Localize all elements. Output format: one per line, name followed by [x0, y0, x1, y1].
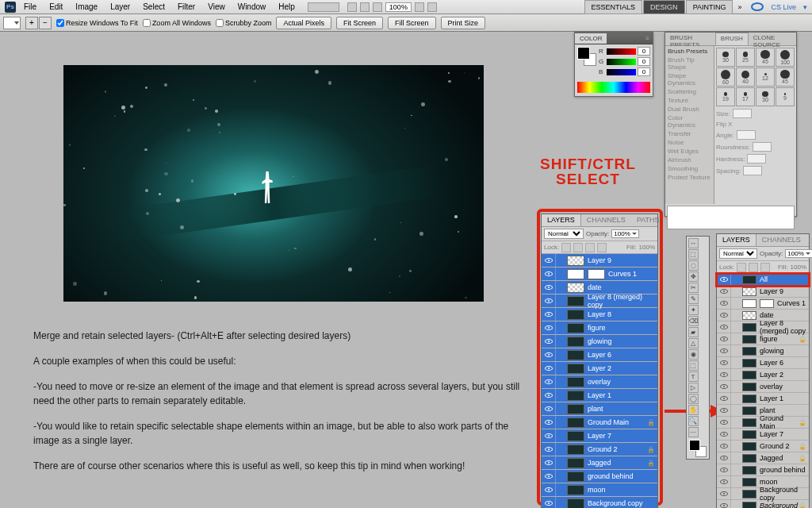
visibility-toggle[interactable]: [717, 310, 731, 321]
zoom-in-icon[interactable]: +: [25, 17, 38, 29]
tool-button[interactable]: △: [688, 338, 699, 348]
g-slider[interactable]: [607, 59, 636, 65]
fill-screen-button[interactable]: Fill Screen: [388, 17, 436, 29]
blend-mode-select[interactable]: Normal: [544, 229, 584, 239]
layer-row[interactable]: Ground Main🔒: [542, 416, 657, 429]
tool-preset-picker[interactable]: [3, 17, 21, 29]
layer-row[interactable]: Background copy: [542, 497, 657, 508]
zoom-field[interactable]: 100%: [385, 2, 412, 12]
visibility-toggle[interactable]: [542, 456, 556, 469]
tool-button[interactable]: ⌫: [688, 316, 699, 326]
visibility-toggle[interactable]: [717, 500, 731, 508]
layer-row[interactable]: Layer 9: [717, 286, 809, 298]
brush-tip[interactable]: 30: [756, 87, 775, 106]
brush-roundness-input[interactable]: [753, 142, 772, 152]
layer-row[interactable]: Ground 2🔒: [542, 443, 657, 456]
opacity-input-r[interactable]: 100%: [785, 249, 812, 258]
brush-opt[interactable]: Wet Edges: [666, 147, 713, 156]
visibility-toggle[interactable]: [542, 443, 556, 456]
visibility-toggle[interactable]: [717, 393, 731, 404]
ws-design[interactable]: DESIGN: [643, 0, 685, 14]
brush-opt[interactable]: Smoothing: [666, 164, 713, 173]
layer-row[interactable]: All: [717, 274, 809, 286]
visibility-toggle[interactable]: [542, 416, 556, 429]
tool-button[interactable]: ⬚: [688, 249, 699, 260]
extras-icon[interactable]: [373, 2, 382, 12]
color-swatch-tool[interactable]: [688, 437, 708, 458]
visibility-toggle[interactable]: [542, 281, 556, 294]
brush-tip[interactable]: 45: [756, 48, 775, 67]
visibility-toggle[interactable]: [717, 345, 731, 356]
mru-dropdown[interactable]: [308, 2, 339, 12]
channels-tab[interactable]: CHANNELS: [581, 214, 631, 226]
layer-row[interactable]: Layer 2: [717, 369, 809, 381]
layer-row[interactable]: figure🔒: [717, 333, 809, 345]
fill-input[interactable]: 100%: [639, 244, 655, 251]
visibility-toggle[interactable]: [717, 452, 731, 464]
visibility-toggle[interactable]: [717, 476, 731, 487]
layers-tab-r[interactable]: LAYERS: [717, 234, 756, 246]
menu-filter[interactable]: Filter: [173, 1, 200, 13]
brush-opt[interactable]: Texture: [666, 96, 713, 105]
layer-row[interactable]: Layer 6: [717, 357, 809, 369]
visibility-toggle[interactable]: [717, 381, 731, 392]
clone-source-tab[interactable]: CLONE SOURCE: [749, 33, 796, 45]
visibility-toggle[interactable]: [717, 429, 731, 440]
visibility-toggle[interactable]: [542, 321, 556, 334]
fit-screen-button[interactable]: Fit Screen: [336, 17, 383, 29]
menu-image[interactable]: Image: [71, 1, 102, 13]
brush-opt[interactable]: Airbrush: [666, 156, 713, 164]
layer-row[interactable]: Background🔒: [717, 500, 809, 508]
color-swatches[interactable]: [577, 47, 596, 78]
document-canvas[interactable]: [63, 65, 484, 302]
visibility-toggle[interactable]: [717, 441, 731, 452]
visibility-toggle[interactable]: [542, 402, 556, 415]
tool-button[interactable]: ✎: [688, 294, 699, 304]
visibility-toggle[interactable]: [542, 254, 556, 267]
ws-more-icon[interactable]: »: [733, 3, 746, 11]
visibility-toggle[interactable]: [717, 321, 731, 333]
brush-tip[interactable]: 45: [776, 67, 795, 87]
visibility-toggle[interactable]: [717, 333, 731, 344]
visibility-toggle[interactable]: [542, 470, 556, 483]
visibility-toggle[interactable]: [542, 362, 556, 375]
channels-tab-r[interactable]: CHANNELS: [756, 234, 806, 246]
color-spectrum[interactable]: [577, 82, 650, 93]
layer-row[interactable]: Curves 1: [542, 267, 657, 281]
brush-tip[interactable]: 30: [716, 48, 735, 67]
visibility-toggle[interactable]: [542, 294, 556, 307]
visibility-toggle[interactable]: [717, 357, 731, 368]
layers-tab[interactable]: LAYERS: [542, 214, 581, 226]
visibility-toggle[interactable]: [717, 405, 731, 416]
visibility-toggle[interactable]: [717, 417, 731, 428]
visibility-toggle[interactable]: [717, 274, 731, 285]
screenmode-icon[interactable]: [360, 2, 370, 12]
ws-painting[interactable]: PAINTING: [686, 0, 733, 14]
arrange-icon[interactable]: [347, 2, 357, 12]
opacity-input[interactable]: 100%: [611, 229, 638, 238]
layer-row[interactable]: Jagged🔒: [542, 456, 657, 470]
visibility-toggle[interactable]: [542, 267, 556, 280]
brush-angle-input[interactable]: [737, 130, 756, 140]
tool-button[interactable]: T: [688, 371, 699, 382]
actual-pixels-button[interactable]: Actual Pixels: [276, 17, 331, 29]
tool-button[interactable]: ◉: [688, 349, 699, 360]
visibility-toggle[interactable]: [717, 286, 731, 297]
tool-button[interactable]: ▷: [688, 383, 699, 393]
layer-row[interactable]: Layer 8 (merged) copy: [542, 294, 657, 308]
layer-row[interactable]: Background copy: [717, 488, 809, 500]
zoom-mode[interactable]: +−: [25, 17, 52, 29]
tool-button[interactable]: ✥: [688, 271, 699, 282]
panel-menu-icon[interactable]: ≡: [642, 35, 653, 42]
toolbox[interactable]: ↔⬚◌✥✂✎✦⌫▰△◉⬚T▷◯✋🔍⋯: [686, 236, 710, 460]
tool-button[interactable]: ↔: [688, 238, 699, 248]
layer-row[interactable]: overlay: [717, 381, 809, 393]
scrubby-zoom-check[interactable]: Scrubby Zoom: [216, 19, 272, 27]
visibility-toggle[interactable]: [717, 464, 731, 475]
b-slider[interactable]: [607, 69, 636, 75]
layers-panel-result[interactable]: LAYERS CHANNELS PATHS Normal Opacity:100…: [716, 233, 810, 508]
menu-select[interactable]: Select: [138, 1, 170, 13]
brush-tip[interactable]: 9: [776, 87, 795, 106]
menu-layer[interactable]: Layer: [105, 1, 135, 13]
brush-presets-tab[interactable]: BRUSH PRESETS: [665, 33, 715, 45]
